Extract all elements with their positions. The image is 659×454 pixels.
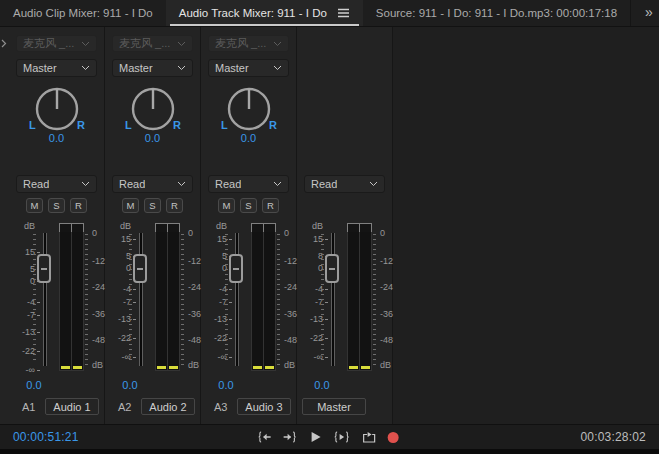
chevron-down-icon [369, 181, 378, 187]
scale-tick-label: -48 [380, 336, 393, 345]
track-number: A2 [118, 401, 135, 413]
loop-playback-button[interactable] [361, 429, 376, 445]
track-name-button[interactable]: Audio 2 [141, 398, 195, 415]
mute-button[interactable]: M [218, 198, 235, 213]
pan-value[interactable]: 0.0 [201, 132, 296, 144]
scale-tick-label: -48 [284, 336, 297, 345]
pan-control: L R 0.0 [105, 83, 200, 147]
mute-button[interactable]: M [122, 198, 139, 213]
vu-meter [347, 222, 372, 374]
output-assign-dropdown[interactable]: Master [208, 59, 289, 77]
input-device-label: 麦克风 _... [23, 36, 74, 51]
record-icon [387, 432, 398, 443]
volume-fader[interactable] [37, 222, 53, 374]
pan-right-label: R [173, 119, 181, 131]
automation-mode-dropdown[interactable]: Read [112, 175, 193, 193]
tab-overflow-icon[interactable]: » [631, 4, 659, 22]
record-arm-button[interactable]: R [262, 198, 279, 213]
panel-tab-bar: Audio Clip Mixer: 911 - I Do Audio Track… [0, 0, 659, 27]
pan-left-label: L [125, 119, 132, 131]
automation-mode-dropdown[interactable]: Read [16, 175, 97, 193]
volume-value[interactable]: 0.0 [307, 379, 337, 391]
meter-level-right [265, 366, 274, 369]
meter-scale: 0-12-24-36-48dB [373, 222, 399, 374]
panel-menu-icon[interactable] [337, 8, 350, 18]
scale-tick-label: 0 [284, 229, 289, 238]
fader-scale: 1550-4-7-13-22-∞ [15, 235, 35, 374]
msr-buttons: M S R [105, 198, 200, 214]
play-button[interactable] [309, 429, 321, 445]
pan-knob[interactable] [31, 83, 83, 135]
output-assign-dropdown[interactable]: Master [16, 59, 97, 77]
go-to-in-button[interactable] [255, 429, 271, 445]
scale-tick-label: -12 [380, 257, 393, 266]
scale-tick-label: -48 [92, 336, 105, 345]
fader-handle[interactable] [133, 254, 147, 283]
channel-strip-a2: 麦克风 _... Master L R 0.0 Read [105, 27, 201, 424]
tab-audio-clip-mixer[interactable]: Audio Clip Mixer: 911 - I Do [0, 0, 166, 26]
pan-value[interactable]: 0.0 [9, 132, 104, 144]
output-assign-dropdown[interactable]: Master [112, 59, 193, 77]
automation-mode-label: Read [311, 178, 337, 190]
play-in-to-out-button[interactable] [332, 429, 350, 445]
record-arm-button[interactable]: R [166, 198, 183, 213]
meter-level-left [349, 366, 358, 369]
fader-handle[interactable] [325, 254, 339, 283]
tab-label: Audio Track Mixer: 911 - I Do [179, 7, 327, 19]
track-name-button[interactable]: Master [302, 398, 366, 415]
tab-source-monitor[interactable]: Source: 911 - I Do: 911 - I Do.mp3: 00:0… [363, 0, 630, 26]
pan-right-label: R [269, 119, 277, 131]
volume-fader[interactable] [229, 222, 245, 374]
fader-handle[interactable] [37, 254, 51, 283]
track-name-button[interactable]: Audio 3 [237, 398, 291, 415]
volume-value[interactable]: 0.0 [19, 379, 49, 391]
scale-tick-label: -36 [284, 310, 297, 319]
volume-fader[interactable] [325, 222, 341, 374]
fader-section: dB 1580-4-7-13-22-∞ 0-12-24-36-48dB [303, 222, 392, 374]
track-number: A1 [22, 401, 39, 413]
tab-label: Audio Clip Mixer: 911 - I Do [13, 7, 153, 19]
go-to-out-button[interactable] [282, 429, 298, 445]
record-arm-button[interactable]: R [70, 198, 87, 213]
fader-track [139, 233, 143, 366]
volume-value[interactable]: 0.0 [115, 379, 145, 391]
solo-button[interactable]: S [240, 198, 257, 213]
automation-mode-dropdown[interactable]: Read [208, 175, 289, 193]
chevron-down-icon [177, 41, 186, 47]
panel-bottom-edge [0, 449, 659, 454]
volume-value[interactable]: 0.0 [211, 379, 241, 391]
meter-scale: 0-12-24-36-48dB [277, 222, 303, 374]
output-assign-label: Master [215, 62, 249, 74]
meter-level-left [157, 366, 166, 369]
scale-tick-label: -36 [92, 310, 105, 319]
panel-edge-chevron-icon[interactable] [1, 34, 7, 52]
master-strip-spacer [297, 35, 392, 147]
track-name-button[interactable]: Audio 1 [45, 398, 99, 415]
current-timecode[interactable]: 00:00:51:21 [13, 430, 79, 444]
meter-scale: 0-12-24-36-48dB [181, 222, 207, 374]
record-button[interactable] [387, 429, 398, 445]
automation-mode-dropdown[interactable]: Read [304, 175, 385, 193]
mute-button[interactable]: M [26, 198, 43, 213]
channel-strip-a1: 麦克风 _... Master L R 0.0 Read [9, 27, 105, 424]
transport-controls [255, 425, 398, 449]
output-assign-label: Master [119, 62, 153, 74]
pan-control: L R 0.0 [9, 83, 104, 147]
volume-fader[interactable] [133, 222, 149, 374]
pan-value[interactable]: 0.0 [105, 132, 200, 144]
solo-button[interactable]: S [48, 198, 65, 213]
fader-scale: 1550-4-7-13-22-∞ [111, 222, 131, 374]
scale-tick-label: -24 [92, 283, 105, 292]
meter-body [155, 232, 180, 371]
scale-tick-label: -24 [284, 283, 297, 292]
fader-handle[interactable] [229, 254, 243, 283]
vu-meter [59, 222, 84, 374]
transport-bar: 00:00:51:21 00:03:28:02 [0, 424, 659, 449]
scale-tick-label: dB [92, 361, 103, 370]
tab-audio-track-mixer[interactable]: Audio Track Mixer: 911 - I Do [166, 0, 363, 26]
pan-knob[interactable] [223, 83, 275, 135]
pan-knob[interactable] [127, 83, 179, 135]
pan-left-label: L [29, 119, 36, 131]
chevron-down-icon [81, 181, 90, 187]
solo-button[interactable]: S [144, 198, 161, 213]
